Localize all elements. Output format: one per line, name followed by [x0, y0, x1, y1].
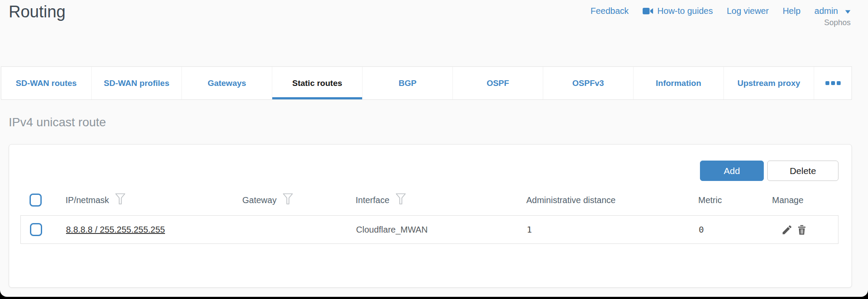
howto-guides-label: How-to guides [657, 6, 713, 16]
column-header-admin-distance: Administrative distance [526, 195, 616, 205]
page-header: Routing Feedback How-to guides Log viewe… [0, 0, 868, 27]
route-metric-value: 0 [699, 224, 772, 235]
tab-upstream-proxy[interactable]: Upstream proxy [724, 67, 814, 99]
route-admin-distance-value: 1 [527, 224, 699, 235]
tab-bar: SD-WAN routes SD-WAN profiles Gateways S… [1, 66, 852, 100]
routes-card: Add Delete IP/netmask Gateway [9, 144, 852, 288]
ellipsis-icon [837, 81, 841, 85]
row-checkbox[interactable] [30, 223, 42, 236]
tab-static-routes[interactable]: Static routes [272, 67, 363, 99]
delete-button[interactable]: Delete [767, 161, 838, 181]
brand-label: Sophos [824, 18, 851, 27]
tab-bgp[interactable]: BGP [363, 67, 453, 99]
chevron-down-icon [845, 6, 851, 16]
ellipsis-icon [831, 81, 835, 85]
edit-button[interactable] [781, 224, 793, 236]
trash-icon [796, 224, 808, 236]
column-header-gateway: Gateway [242, 195, 277, 205]
app-window: Routing Feedback How-to guides Log viewe… [0, 0, 868, 297]
column-header-ip-netmask: IP/netmask [66, 195, 109, 205]
table-actions: Add Delete [20, 161, 838, 181]
tab-ospf[interactable]: OSPF [453, 67, 543, 99]
section-heading: IPv4 unicast route [9, 115, 106, 129]
ellipsis-icon [825, 81, 829, 85]
tab-gateways[interactable]: Gateways [182, 67, 272, 99]
column-header-interface: Interface [356, 195, 389, 205]
column-header-metric: Metric [698, 195, 722, 205]
tab-sd-wan-routes[interactable]: SD-WAN routes [1, 67, 92, 99]
video-camera-icon [643, 7, 653, 15]
add-button[interactable]: Add [700, 161, 764, 181]
user-menu[interactable]: admin [815, 6, 851, 16]
user-menu-label: admin [815, 6, 838, 16]
delete-row-button[interactable] [796, 224, 808, 236]
top-navigation: Feedback How-to guides Log viewer Help a… [591, 3, 851, 27]
route-ip-netmask-link[interactable]: 8.8.8.8 / 255.255.255.255 [66, 225, 165, 234]
filter-icon[interactable] [283, 193, 293, 207]
tab-information[interactable]: Information [634, 67, 724, 99]
filter-icon[interactable] [115, 193, 125, 207]
pencil-icon [781, 224, 793, 236]
table-header: IP/netmask Gateway Interface [20, 188, 838, 212]
help-link[interactable]: Help [782, 6, 800, 16]
manage-cell [772, 224, 838, 236]
filter-icon[interactable] [396, 193, 406, 207]
tab-sd-wan-profiles[interactable]: SD-WAN profiles [92, 67, 182, 99]
more-tabs-button[interactable] [814, 67, 851, 99]
log-viewer-link[interactable]: Log viewer [727, 6, 769, 16]
table-row: 8.8.8.8 / 255.255.255.255 Cloudflare_MWA… [20, 215, 838, 244]
tab-ospfv3[interactable]: OSPFv3 [543, 67, 634, 99]
howto-guides-link[interactable]: How-to guides [643, 6, 713, 16]
feedback-link[interactable]: Feedback [591, 6, 629, 16]
route-interface-value: Cloudflare_MWAN [356, 225, 527, 235]
select-all-checkbox[interactable] [30, 194, 42, 207]
column-header-manage: Manage [772, 195, 803, 205]
page-title: Routing [9, 3, 66, 21]
